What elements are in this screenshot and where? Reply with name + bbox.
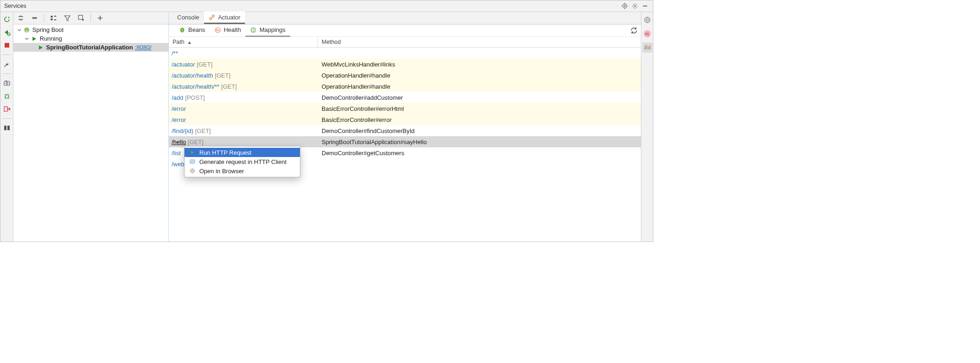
cell-path: /error <box>169 105 318 112</box>
cm-generate-request[interactable]: API Generate request in HTTP Client <box>185 157 300 166</box>
tab-beans[interactable]: Beans <box>174 24 210 37</box>
panel-title-actions <box>621 2 649 10</box>
play-icon <box>189 149 196 156</box>
table-row[interactable]: /errorBasicErrorController#errorHtml <box>169 103 641 114</box>
mappings-icon <box>250 27 257 33</box>
path-link[interactable]: /actuator/health/** <box>172 83 219 90</box>
sort-asc-icon: ▲ <box>187 40 192 45</box>
cell-path: /hello [GET] <box>169 139 318 145</box>
table-row[interactable]: /errorBasicErrorController#error <box>169 114 641 125</box>
path-link[interactable]: /actuator/health <box>172 72 213 79</box>
tab-mappings[interactable]: Mappings <box>245 24 290 37</box>
table-row[interactable]: /add [POST]DemoController#addCustomer <box>169 92 641 103</box>
screenshot-icon[interactable] <box>2 79 12 88</box>
run-config-panel: Spring Boot Running SpringBootTutorialAp… <box>13 12 169 242</box>
path-link[interactable]: /hello <box>172 139 186 145</box>
svg-rect-21 <box>54 19 56 20</box>
beans-icon <box>179 27 185 33</box>
run-bug-icon[interactable] <box>2 28 12 37</box>
cell-method: SpringBootTutorialApplication#sayHello <box>318 139 641 145</box>
svg-line-9 <box>8 34 9 35</box>
tree-node-running[interactable]: Running <box>13 34 168 43</box>
path-link[interactable]: /error <box>172 116 186 123</box>
exit-icon[interactable] <box>2 104 12 114</box>
path-link[interactable]: /web <box>172 161 184 168</box>
mem-indicator-icon[interactable] <box>642 42 652 53</box>
cell-method: WebMvcLinksHandler#links <box>318 61 641 68</box>
cell-method: BasicErrorController#error <box>318 116 641 123</box>
tree-toolbar <box>13 12 168 24</box>
play-icon <box>31 36 37 42</box>
main-content: Console Actuator Beans Health <box>169 12 641 242</box>
table-row[interactable]: /find/{id} [GET]DemoController#findCusto… <box>169 125 641 136</box>
tab-label: Beans <box>188 26 205 33</box>
refresh-icon[interactable] <box>630 26 638 35</box>
svg-rect-15 <box>4 107 7 111</box>
expand-all-icon[interactable] <box>16 13 25 23</box>
play-icon <box>37 44 44 51</box>
table-row[interactable]: /actuator/health/** [GET]OperationHandle… <box>169 81 641 92</box>
cell-path: /** <box>169 50 318 57</box>
svg-point-14 <box>5 95 8 98</box>
path-link[interactable]: /error <box>172 105 186 112</box>
add-config-icon[interactable] <box>77 13 86 23</box>
cm-run-http[interactable]: Run HTTP Request <box>185 148 300 157</box>
tree-node-app[interactable]: SpringBootTutorialApplication :8080/ <box>13 43 168 52</box>
path-link[interactable]: /list <box>172 150 181 157</box>
tab-label: Mappings <box>259 26 285 33</box>
browser-preview-icon[interactable] <box>642 15 652 25</box>
http-method: [GET] <box>221 83 237 90</box>
run-tree[interactable]: Spring Boot Running SpringBootTutorialAp… <box>13 24 168 242</box>
tree-label: Running <box>40 35 62 42</box>
svg-rect-11 <box>4 81 10 85</box>
svg-line-26 <box>211 17 213 18</box>
http-method: [GET] <box>195 127 211 134</box>
tab-actuator[interactable]: Actuator <box>204 12 245 24</box>
cell-path: /actuator/health [GET] <box>169 72 318 79</box>
collapse-all-icon[interactable] <box>30 13 39 23</box>
th-method[interactable]: Method <box>318 37 641 47</box>
svg-point-6 <box>634 5 636 7</box>
target-icon[interactable] <box>621 2 629 10</box>
mappings-table[interactable]: Path ▲ Method /**/actuator [GET]WebMvcLi… <box>169 37 641 242</box>
th-path[interactable]: Path ▲ <box>169 37 318 47</box>
tab-console[interactable]: Console <box>173 12 204 24</box>
wrench-icon[interactable] <box>2 60 12 69</box>
path-link[interactable]: /find/{id} <box>172 127 193 134</box>
path-link[interactable]: /add <box>172 94 183 101</box>
spring-boot-icon <box>24 27 30 33</box>
actuator-icon <box>209 14 215 21</box>
group-by-icon[interactable] <box>49 13 58 23</box>
stop-icon[interactable] <box>2 41 12 50</box>
gear-icon[interactable] <box>631 2 639 10</box>
debug-bug-icon[interactable] <box>2 91 12 101</box>
rerun-icon[interactable] <box>2 15 12 24</box>
add-icon[interactable] <box>96 13 105 23</box>
filter-icon[interactable] <box>63 13 72 23</box>
table-row[interactable]: /actuator [GET]WebMvcLinksHandler#links <box>169 59 641 70</box>
layout-icon[interactable] <box>2 123 12 133</box>
svg-rect-13 <box>6 81 7 82</box>
svg-rect-17 <box>7 126 10 130</box>
svg-rect-22 <box>78 15 83 19</box>
svg-rect-33 <box>648 47 649 49</box>
tab-label: Console <box>177 14 199 21</box>
minimize-icon[interactable] <box>641 2 649 10</box>
svg-rect-32 <box>646 45 647 49</box>
path-link[interactable]: /** <box>172 50 178 57</box>
cell-method: DemoController#addCustomer <box>318 94 641 101</box>
cm-open-browser[interactable]: Open in Browser <box>185 166 300 175</box>
table-row[interactable]: /** <box>169 48 641 59</box>
cell-method: BasicErrorController#errorHtml <box>318 105 641 112</box>
tree-node-spring-boot[interactable]: Spring Boot <box>13 25 168 34</box>
maven-badge[interactable]: m <box>642 29 652 39</box>
cell-path: /error <box>169 116 318 123</box>
tree-port-link[interactable]: :8080/ <box>135 44 151 51</box>
path-link[interactable]: /actuator <box>172 61 195 68</box>
cell-path: /add [POST] <box>169 94 318 101</box>
table-row[interactable]: /actuator/health [GET]OperationHandler#h… <box>169 70 641 81</box>
tab-health[interactable]: Health <box>210 24 246 37</box>
cell-method: OperationHandler#handle <box>318 83 641 90</box>
svg-rect-10 <box>5 43 9 48</box>
svg-rect-31 <box>645 46 646 49</box>
